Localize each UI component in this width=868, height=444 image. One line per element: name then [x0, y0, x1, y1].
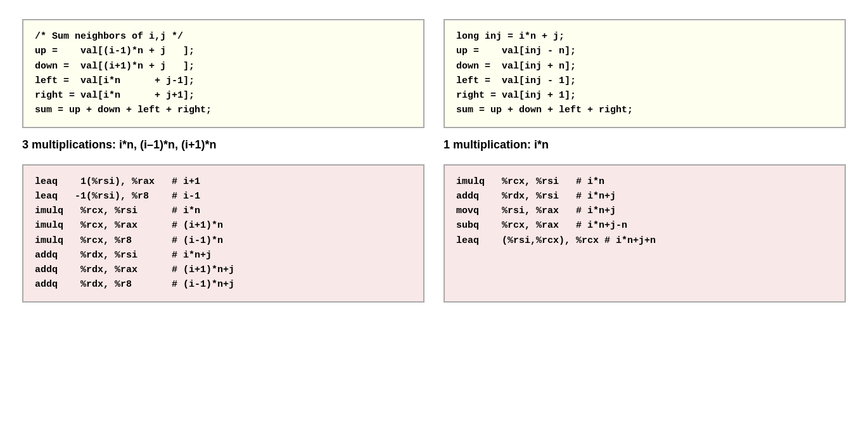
top-left-code-box: /* Sum neighbors of i,j */ up = val[(i-1…	[22, 19, 424, 128]
bottom-right-code-box: imulq %rcx, %rsi # i*n addq %rdx, %rsi #…	[444, 164, 846, 303]
top-right-code-box: long inj = i*n + j; up = val[inj - n]; d…	[444, 19, 846, 128]
main-container: /* Sum neighbors of i,j */ up = val[(i-1…	[13, 13, 855, 309]
caption-right: 1 multiplication: i*n	[434, 134, 855, 158]
bottom-left-code-box: leaq 1(%rsi), %rax # i+1 leaq -1(%rsi), …	[22, 164, 424, 303]
caption-left: 3 multiplications: i*n, (i–1)*n, (i+1)*n	[13, 134, 434, 158]
